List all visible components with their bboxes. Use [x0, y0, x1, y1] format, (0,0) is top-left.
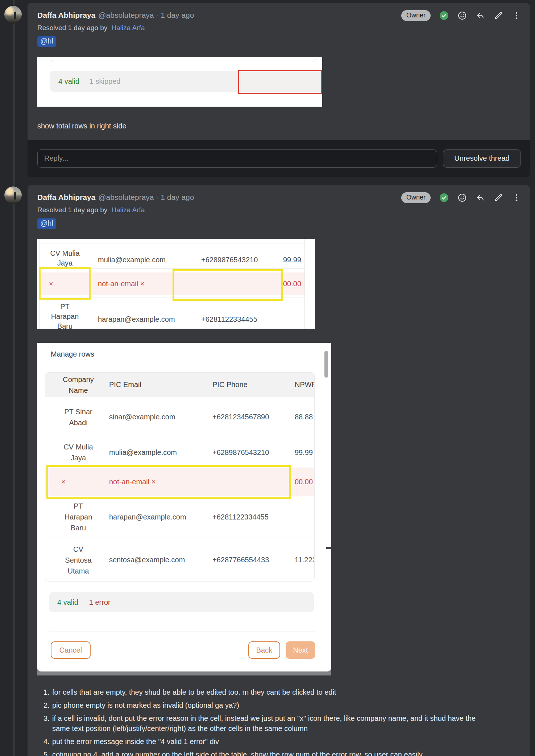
cell-email: sentosa@example.com — [109, 538, 185, 582]
cell-company: PT Harapan Baru — [48, 301, 82, 329]
screenshot-attachment-table[interactable]: CV Mulia Jaya mulia@example.com +6289876… — [37, 239, 315, 329]
cell-npwp: 99.99 — [283, 250, 301, 270]
timestamp: 1 day ago — [161, 11, 194, 19]
author-name: Daffa Abhipraya — [37, 11, 95, 19]
table-bottom-edge — [51, 58, 316, 62]
reply-arrow-icon[interactable] — [476, 193, 485, 202]
comment-actions: Owner — [401, 10, 521, 21]
scroll-marker — [326, 547, 331, 549]
separator-dot: · — [156, 193, 158, 201]
resolved-check-icon[interactable] — [439, 193, 449, 202]
cell-npwp: 11.222 — [295, 538, 315, 582]
cell-phone: +6287766554433 — [212, 538, 269, 582]
cell-company: PT Sinar Abadi — [61, 397, 96, 437]
feedback-notes-list: 1. for cells that are empty, they shud b… — [43, 687, 511, 756]
cell-npwp-invalid: 00.00 — [283, 272, 301, 295]
cell-email: mulia@example.com — [98, 250, 166, 270]
resolved-text: Resolved 1 day ago by — [37, 206, 107, 214]
owner-badge: Owner — [401, 192, 431, 203]
cell-npwp: 88.88 — [295, 397, 313, 437]
author-handle: @absolutepraya — [98, 11, 154, 19]
error-count: 1 error — [89, 598, 111, 607]
header-company: Company Name — [61, 373, 96, 397]
resolved-text: Resolved 1 day ago by — [37, 24, 107, 32]
separator-dot: · — [156, 11, 158, 19]
thread-footer: Unresolve thread — [28, 140, 530, 177]
resolved-status: Resolved 1 day ago by Haliza Arfa — [37, 206, 145, 214]
list-text: cotinuing no 4, add a row number on the … — [52, 749, 491, 756]
header-npwp: NPWP — [295, 373, 315, 397]
cell-company: CV Mulia Jaya — [61, 437, 96, 468]
resolver-link[interactable]: Haliza Arfa — [112, 206, 145, 214]
list-number: 5. — [43, 749, 52, 756]
screenshot-attachment-modal[interactable]: Manage rows Company Name PIC Email PIC P… — [37, 342, 331, 675]
comment-header: Daffa Abhipraya@absolutepraya · 1 day ag… — [37, 11, 194, 20]
more-options-icon[interactable] — [512, 11, 521, 20]
list-item: 3. if a cell is invalid, dont put the er… — [43, 713, 511, 734]
header-pic-phone: PIC Phone — [212, 373, 248, 397]
cell-email: harapan@example.com — [98, 313, 175, 325]
cell-company: CV Sentosa Utama — [61, 538, 96, 582]
comment-card: Daffa Abhipraya@absolutepraya · 1 day ag… — [28, 185, 530, 756]
mention-chip[interactable]: @hl — [37, 218, 56, 229]
table-row: PT Harapan Baru harapan@example.com +628… — [45, 496, 315, 538]
edit-pencil-icon[interactable] — [494, 11, 503, 20]
reply-input[interactable] — [37, 149, 437, 168]
edit-pencil-icon[interactable] — [494, 193, 503, 202]
invalid-email-text: not-an-email — [98, 279, 138, 289]
resolver-link[interactable]: Haliza Arfa — [112, 24, 145, 32]
modal-divider — [49, 632, 315, 632]
cell-npwp-invalid: 00.00 — [295, 468, 313, 496]
validation-summary-bar: 4 valid 1 error — [49, 592, 314, 612]
unresolve-thread-button[interactable]: Unresolve thread — [443, 149, 521, 168]
list-text: put the error message inside the "4 vali… — [52, 736, 491, 747]
cancel-button: Cancel — [51, 641, 91, 659]
emoji-reaction-icon[interactable] — [457, 193, 467, 202]
mention-chip[interactable]: @hl — [37, 36, 56, 47]
list-number: 4. — [43, 736, 52, 747]
table-row: PT Sinar Abadi sinar@example.com +628123… — [45, 397, 315, 437]
table-header-row: Company Name PIC Email PIC Phone NPWP — [45, 373, 315, 397]
skipped-count: 1 skipped — [90, 77, 121, 86]
list-item: 5. cotinuing no 4, add a row number on t… — [43, 749, 511, 756]
avatar — [4, 186, 22, 204]
comment-thread-page: { "colors": { "page_bg": "#26272b", "car… — [0, 0, 535, 756]
cell-email: harapan@example.com — [109, 496, 186, 538]
comment-message: show total rows in right side — [37, 122, 127, 130]
yellow-annotation-box — [39, 267, 91, 300]
modal-title: Manage rows — [51, 350, 94, 358]
table-row-border — [40, 243, 304, 243]
thread-connector-line — [13, 0, 14, 756]
resolved-check-icon[interactable] — [439, 11, 449, 20]
scrollbar-thumb — [324, 351, 328, 378]
cell-phone: +6281122334455 — [201, 313, 257, 325]
list-item: 1. for cells that are empty, they shud b… — [43, 687, 511, 697]
table-row: CV Mulia Jaya mulia@example.com +6289876… — [45, 437, 315, 468]
valid-count: 4 valid — [57, 598, 78, 607]
manage-rows-modal: Manage rows Company Name PIC Email PIC P… — [37, 343, 331, 671]
list-text: if a cell is invalid, dont put the error… — [52, 713, 491, 734]
screenshot-attachment-validation-bar[interactable]: 4 valid 1 skipped — [37, 57, 322, 107]
cell-email-invalid: not-an-email × — [98, 272, 144, 295]
cell-phone: +6289876543210 — [201, 250, 258, 270]
cell-npwp: 99.99 — [295, 437, 313, 468]
cell-phone: +6281122334455 — [212, 496, 269, 538]
more-options-icon[interactable] — [512, 193, 521, 202]
emoji-reaction-icon[interactable] — [457, 11, 467, 20]
cell-email: sinar@example.com — [109, 397, 175, 437]
reply-arrow-icon[interactable] — [476, 11, 485, 20]
list-number: 3. — [43, 713, 52, 734]
yellow-annotation-box — [173, 269, 283, 301]
resolved-status: Resolved 1 day ago by Haliza Arfa — [37, 24, 145, 32]
comment-header: Daffa Abhipraya@absolutepraya · 1 day ag… — [37, 193, 194, 202]
author-handle: @absolutepraya — [98, 193, 154, 201]
valid-count: 4 valid — [58, 77, 79, 86]
list-item: 4. put the error message inside the "4 v… — [43, 736, 511, 747]
author-name: Daffa Abhipraya — [37, 193, 95, 201]
timestamp: 1 day ago — [161, 193, 194, 201]
list-text: pic phone empty is not marked as invalid… — [52, 700, 491, 710]
list-text: for cells that are empty, they shud be a… — [52, 687, 491, 697]
list-number: 1. — [43, 687, 52, 697]
table-right-border — [304, 239, 305, 329]
cell-phone: +6289876543210 — [212, 437, 269, 468]
